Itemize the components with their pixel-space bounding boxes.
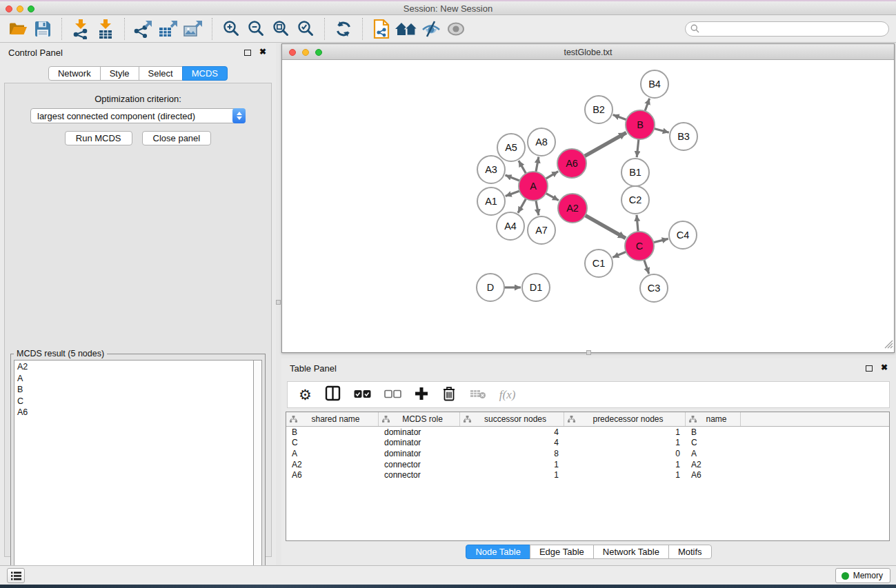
float-panel-icon[interactable] — [244, 50, 251, 56]
result-list-item[interactable]: A — [14, 373, 253, 385]
graph-edge-A-A3[interactable] — [506, 175, 520, 181]
table-row[interactable]: Bdominator41B — [286, 427, 889, 438]
graph-edge-C-C4[interactable] — [653, 239, 668, 242]
graph-node-A[interactable]: A — [519, 172, 548, 201]
column-header-successor-nodes[interactable]: successor nodes — [460, 412, 564, 426]
show-graphics-details-button[interactable] — [444, 17, 468, 41]
result-list-item[interactable]: B — [14, 384, 253, 396]
graph-node-D[interactable]: D — [477, 274, 504, 301]
import-network-button[interactable] — [68, 17, 93, 41]
tab-network[interactable]: Network — [48, 66, 101, 81]
graph-node-A1[interactable]: A1 — [477, 187, 505, 215]
tab-select[interactable]: Select — [139, 66, 183, 81]
result-list-item[interactable]: C — [14, 396, 253, 407]
graph-node-D1[interactable]: D1 — [522, 274, 550, 301]
graph-edge-A-A5[interactable] — [519, 161, 526, 174]
unselect-all-columns-button[interactable] — [384, 389, 401, 401]
graph-edge-B-B4[interactable] — [645, 99, 650, 112]
zoom-selected-button[interactable] — [293, 17, 318, 41]
import-table-button[interactable] — [93, 17, 118, 41]
zoom-out-button[interactable] — [243, 17, 268, 41]
graph-edge-C-C2[interactable] — [637, 215, 638, 232]
task-history-button[interactable] — [7, 568, 25, 583]
graph-edge-A-A1[interactable] — [506, 191, 520, 196]
criterion-dropdown[interactable]: largest connected component (directed) — [30, 108, 246, 123]
column-header-MCDS-role[interactable]: MCDS role — [379, 412, 460, 426]
table-row[interactable]: Cdominator41C — [286, 438, 889, 449]
select-all-columns-button[interactable] — [354, 389, 371, 401]
graph-node-C2[interactable]: C2 — [621, 186, 649, 214]
graph-edge-C-C3[interactable] — [644, 260, 649, 274]
function-builder-button[interactable]: f(x) — [499, 388, 516, 402]
create-column-button[interactable] — [415, 387, 428, 403]
graph-edge-A6-B[interactable] — [584, 132, 626, 156]
graph-node-A6[interactable]: A6 — [557, 149, 586, 178]
tab-motifs[interactable]: Motifs — [668, 545, 712, 559]
save-session-button[interactable] — [30, 17, 55, 41]
table-row[interactable]: Adominator80A — [286, 448, 889, 459]
graph-edge-A-A2[interactable] — [546, 193, 559, 200]
export-table-button[interactable] — [156, 17, 181, 41]
graph-node-C4[interactable]: C4 — [669, 221, 697, 249]
delete-table-button[interactable] — [470, 388, 486, 402]
column-header-predecessor-nodes[interactable]: predecessor nodes — [564, 412, 686, 426]
run-mcds-button[interactable]: Run MCDS — [65, 131, 132, 145]
graph-edge-B-B2[interactable] — [613, 115, 627, 120]
graph-node-B3[interactable]: B3 — [670, 123, 697, 150]
table-row[interactable]: A6connector11A6 — [286, 469, 889, 480]
result-list-item[interactable]: A6 — [14, 407, 253, 418]
tab-network-table[interactable]: Network Table — [593, 545, 669, 559]
graph-node-B1[interactable]: B1 — [621, 159, 649, 186]
home-button[interactable] — [394, 17, 419, 41]
result-list-item[interactable]: A2 — [14, 361, 253, 373]
graph-node-C[interactable]: C — [625, 232, 654, 261]
tab-edge-table[interactable]: Edge Table — [530, 545, 594, 559]
graph-edge-C-C1[interactable] — [613, 252, 626, 257]
divider-grip[interactable] — [276, 300, 281, 305]
float-table-panel-icon[interactable] — [866, 365, 873, 372]
tab-node-table[interactable]: Node Table — [466, 545, 530, 559]
graph-edge-A-A8[interactable] — [536, 157, 539, 172]
graph-edge-A-A7[interactable] — [536, 201, 539, 216]
graph-node-A5[interactable]: A5 — [497, 134, 525, 161]
delete-columns-button[interactable] — [441, 385, 457, 405]
close-panel-button[interactable]: Close panel — [142, 131, 212, 145]
hide-graphics-details-button[interactable] — [419, 17, 444, 41]
close-table-panel-icon[interactable]: ✖ — [881, 363, 888, 372]
export-network-button[interactable] — [131, 17, 156, 41]
graph-node-B[interactable]: B — [626, 110, 655, 139]
graph-node-A3[interactable]: A3 — [477, 156, 505, 183]
refresh-layout-button[interactable] — [331, 17, 356, 41]
close-panel-icon[interactable]: ✖ — [259, 47, 266, 57]
memory-button[interactable]: Memory — [835, 568, 890, 583]
graph-edge-A2-C[interactable] — [585, 215, 626, 238]
zoom-fit-button[interactable] — [268, 17, 293, 41]
graph-node-A4[interactable]: A4 — [497, 212, 524, 240]
import-network-file-button[interactable] — [369, 17, 394, 41]
zoom-in-button[interactable] — [219, 17, 243, 41]
window-bottom-grip[interactable] — [586, 350, 591, 355]
export-image-button[interactable] — [181, 17, 206, 41]
graph-edge-A-A4[interactable] — [518, 199, 526, 213]
graph-node-B2[interactable]: B2 — [585, 96, 613, 123]
column-header-name[interactable]: name — [686, 412, 741, 426]
graph-node-C3[interactable]: C3 — [640, 274, 668, 302]
show-columns-button[interactable] — [325, 385, 341, 404]
panel-divider[interactable] — [276, 43, 281, 565]
resize-grip-icon[interactable] — [884, 339, 893, 352]
graph-edge-B-B1[interactable] — [637, 139, 639, 157]
table-options-button[interactable]: ⚙ — [299, 387, 312, 402]
table-row[interactable]: A2connector11A2 — [286, 459, 889, 470]
graph-node-A7[interactable]: A7 — [528, 216, 555, 244]
open-session-button[interactable] — [6, 17, 30, 41]
network-canvas[interactable]: AA1A2A3A4A5A6A7A8BB1B2B3B4CC1C2C3C4DD1 — [282, 60, 894, 352]
tab-style[interactable]: Style — [100, 66, 139, 81]
result-list-scrollbar[interactable] — [253, 360, 262, 587]
graph-edge-A-A6[interactable] — [546, 172, 558, 179]
graph-node-A8[interactable]: A8 — [528, 128, 555, 156]
graph-edge-B-B3[interactable] — [654, 129, 669, 133]
column-header-shared-name[interactable]: shared name — [286, 412, 379, 426]
graph-node-C1[interactable]: C1 — [585, 250, 613, 277]
tab-mcds[interactable]: MCDS — [182, 66, 228, 81]
graph-node-A2[interactable]: A2 — [558, 194, 587, 223]
